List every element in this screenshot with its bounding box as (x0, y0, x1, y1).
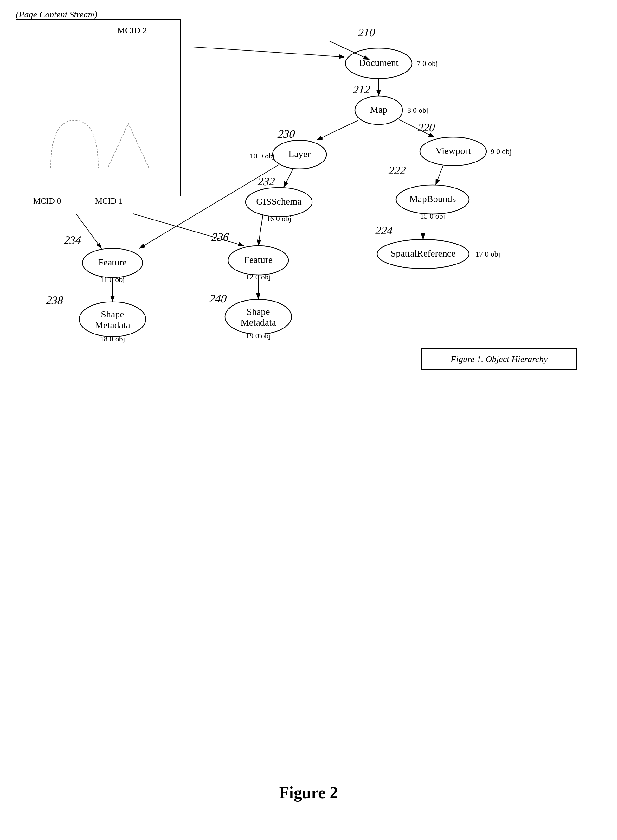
svg-text:7 0 obj: 7 0 obj (417, 59, 438, 68)
svg-line-58 (258, 214, 263, 246)
svg-text:Figure 1.  Object Hierarchy: Figure 1. Object Hierarchy (450, 354, 548, 364)
svg-line-61 (193, 47, 345, 57)
hierarchy-diagram: 210 212 230 220 232 222 234 236 224 238 … (13, 13, 602, 418)
svg-text:SpatialReference: SpatialReference (391, 248, 456, 258)
svg-text:18 0 obj: 18 0 obj (100, 335, 125, 343)
svg-text:240: 240 (209, 292, 227, 305)
svg-text:19 0 obj: 19 0 obj (246, 332, 271, 340)
svg-text:Metadata: Metadata (241, 317, 276, 327)
svg-line-52 (317, 120, 358, 140)
svg-text:212: 212 (353, 83, 370, 96)
svg-text:Shape: Shape (247, 306, 270, 317)
svg-text:Document: Document (359, 57, 399, 68)
svg-text:Metadata: Metadata (95, 320, 130, 330)
svg-text:Feature: Feature (98, 257, 127, 267)
svg-text:9 0 obj: 9 0 obj (490, 147, 512, 156)
svg-marker-2 (108, 124, 149, 168)
svg-text:Map: Map (370, 104, 388, 115)
svg-line-54 (283, 169, 293, 187)
svg-text:10 0 obj: 10 0 obj (250, 152, 275, 160)
svg-text:8 0 obj: 8 0 obj (407, 106, 428, 114)
svg-text:238: 238 (46, 294, 64, 307)
svg-text:230: 230 (277, 128, 295, 140)
svg-text:Feature: Feature (244, 254, 273, 265)
svg-text:15 0 obj: 15 0 obj (420, 212, 445, 220)
svg-point-47 (225, 299, 292, 334)
svg-text:232: 232 (257, 175, 275, 188)
svg-line-55 (436, 166, 443, 185)
svg-text:210: 210 (357, 26, 375, 39)
svg-text:MapBounds: MapBounds (409, 193, 456, 204)
svg-text:16 0 obj: 16 0 obj (267, 214, 292, 223)
svg-text:234: 234 (63, 234, 81, 246)
svg-text:17 0 obj: 17 0 obj (475, 250, 500, 258)
figure-label: Figure 2 (279, 783, 338, 802)
svg-line-4 (329, 41, 369, 60)
svg-text:220: 220 (417, 121, 435, 134)
svg-text:224: 224 (375, 224, 393, 237)
svg-text:GISSchema: GISSchema (256, 196, 301, 206)
page-container: (Page Content Stream) MCID 2 MCID 0 MCID… (0, 0, 617, 840)
svg-text:Shape: Shape (101, 309, 124, 319)
svg-point-43 (79, 302, 146, 337)
svg-text:222: 222 (388, 164, 406, 177)
svg-text:Layer: Layer (288, 149, 311, 159)
svg-text:Viewport: Viewport (435, 145, 471, 156)
